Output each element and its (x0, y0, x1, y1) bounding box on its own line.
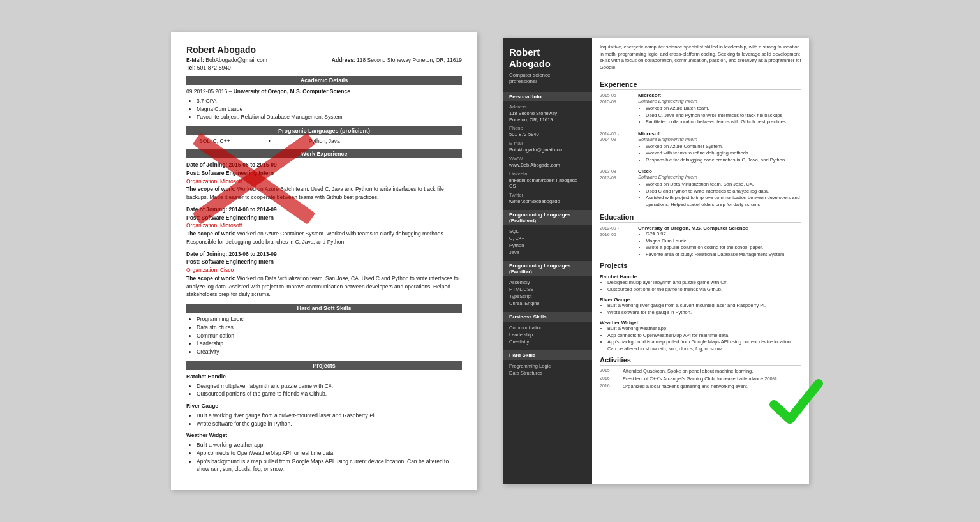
right-summary: Inquisitive, energetic computer science … (600, 44, 801, 75)
list-item: Designed multiplayer labyrinth and puzzl… (607, 280, 801, 287)
list-item: App's background is a map pulled from Go… (607, 339, 801, 352)
act-entry-3: 2016 Organized a local hacker's gatherin… (600, 384, 801, 389)
list-item: Worked with teams to refine debugging me… (646, 150, 801, 157)
list-item: Magna Cum Laude (646, 238, 801, 245)
project-2: River Gauge Built a working river gauge … (186, 402, 462, 428)
left-languages: SQL, C, C++ • Python, Java (186, 138, 462, 144)
list-item: 3.7 GPA (197, 97, 462, 105)
list-item: GPA 3.97 (646, 231, 801, 238)
right-prog-fam-title: Programming Languages(Familiar) (503, 261, 592, 276)
left-email: E-Mail: BobAbogado@gmail.com (186, 57, 267, 63)
edu-entry-1: 2012-09 -2016-05 University of Oregon, M… (600, 225, 801, 258)
list-item: App connects to OpenWeatherMap API for r… (607, 332, 801, 339)
left-work: Date of Joining: 2015-06 to 2015-09 Post… (186, 161, 462, 299)
list-item: App's background is a map pulled from Go… (197, 458, 462, 474)
right-personal-title: Personal Info (503, 92, 592, 101)
list-item: Creativity (197, 348, 462, 356)
list-item: Favourite subject: Relational Database M… (197, 113, 462, 121)
list-item: Outsourced portions of the game to frien… (197, 390, 462, 398)
act-entry-2: 2016 President of C++'s Arcangel's Gamin… (600, 376, 801, 382)
list-item: Leadership (197, 339, 462, 348)
right-prog-prof-title: Programming Languages(Proficient) (503, 210, 592, 225)
left-name: Robert Abogado (186, 45, 462, 55)
project-1: Ratchet Handle Designed multiplayer laby… (186, 373, 462, 398)
left-tel: Tel: 501-872-5940 (186, 64, 231, 71)
right-act-title: Activities (600, 356, 801, 366)
resume-bad: Robert Abogado E-Mail: BobAbogado@gmail.… (171, 32, 477, 490)
list-item: Wrote software for the gauge in Python. (607, 309, 801, 317)
left-section-academic: Academic Details (186, 76, 462, 85)
left-section-work: Work Experience (186, 149, 462, 158)
list-item: Facilitated collaboration between teams … (646, 119, 801, 126)
right-name: RobertAbogado (509, 47, 586, 70)
list-item: Favorite area of study: Relational Datab… (646, 251, 801, 258)
right-edu-title: Education (600, 213, 801, 223)
list-item: Communication (197, 332, 462, 340)
list-item: Wrote software for the gauge in Python. (197, 420, 462, 428)
list-item: Built a working weather app. (607, 325, 801, 332)
list-item: App connects to OpenWeatherMap API for r… (197, 449, 462, 458)
right-title: Computer scienceprofessional (509, 72, 586, 86)
list-item: Worked on Azure Container System. (646, 144, 801, 151)
work-entry-3: Date of Joining: 2013-06 to 2013-09 Post… (186, 250, 462, 299)
list-item: Worked on Data Virtualization team, San … (646, 181, 801, 188)
right-sidebar: RobertAbogado Computer scienceprofession… (503, 38, 592, 484)
exp-entry-2: 2014-06 -2014-09 Microsoft Software Engi… (600, 131, 801, 164)
work-entry-2: Date of Joining: 2014-06 to 2014-09 Post… (186, 205, 462, 246)
left-skills: Programming Logic Data structures Commun… (186, 315, 462, 356)
left-projects: Ratchet Handle Designed multiplayer laby… (186, 373, 462, 474)
list-item: Used C, Java and Python to write interfa… (646, 112, 801, 119)
right-biz-title: Business Skills (503, 312, 592, 322)
exp-entry-3: 2013-08 -2013-09 Cisco Software Engineer… (600, 168, 801, 208)
list-item: Built a working river gauge from a culve… (607, 302, 801, 309)
list-item: Programming Logic (197, 315, 462, 324)
left-address: Address: 118 Second Stoneway Poneton, OR… (332, 57, 462, 63)
list-item: Used C and Python to write interfaces to… (646, 188, 801, 195)
proj-entry-1: Ratchet Handle Designed multiplayer laby… (600, 274, 801, 293)
resume-good: RobertAbogado Computer scienceprofession… (503, 38, 809, 484)
list-item: Wrote a popular column on coding for the… (646, 244, 801, 251)
work-entry-1: Date of Joining: 2015-06 to 2015-09 Post… (186, 161, 462, 202)
left-section-projects: Projects (186, 361, 462, 370)
right-hard-title: Hard Skills (503, 350, 592, 360)
left-section-languages: Programic Languages (proficient) (186, 126, 462, 135)
list-item: Built a working river gauge from a culve… (197, 412, 462, 420)
list-item: Worked on Azure Batch team. (646, 105, 801, 112)
list-item: Assisted with project to improve communi… (646, 195, 801, 208)
list-item: Built a working weather app. (197, 441, 462, 449)
proj-entry-3: Weather Widget Built a working weather a… (600, 320, 801, 352)
left-section-skills: Hard and Soft Skills (186, 304, 462, 313)
list-item: Data structures (197, 324, 462, 332)
list-item: Responsible for debugging code branches … (646, 157, 801, 164)
act-entry-1: 2015 Attended Quackcon. Spoke on panel a… (600, 368, 801, 374)
list-item: Outsourced portions of the game to frien… (607, 287, 801, 294)
proj-entry-2: River Gauge Built a working river gauge … (600, 297, 801, 316)
project-3: Weather Widget Built a working weather a… (186, 431, 462, 474)
exp-entry-1: 2015-06 -2015-09 Microsoft Software Engi… (600, 93, 801, 126)
list-item: Magna Cum Laude (197, 105, 462, 114)
list-item: Designed multiplayer labyrinth and puzzl… (197, 382, 462, 391)
left-edu: 09.2012-05.2016 – University of Oregon, … (186, 87, 462, 121)
right-exp-title: Experience (600, 80, 801, 90)
right-proj-title: Projects (600, 262, 801, 271)
right-main: Inquisitive, energetic computer science … (592, 38, 809, 484)
